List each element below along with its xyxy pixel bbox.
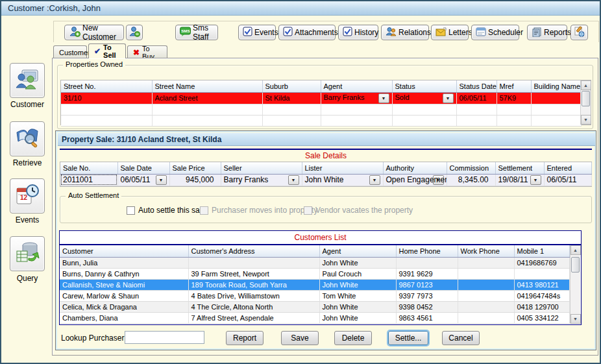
lookup-purchaser-input[interactable]	[125, 331, 204, 344]
save-button[interactable]: Save	[281, 331, 319, 345]
delete-customer-button[interactable]	[126, 25, 143, 40]
new-customer-button[interactable]: New Customer	[64, 25, 124, 40]
col-street-name[interactable]: Street Name	[152, 80, 262, 92]
sms-staff-button[interactable]: SMS Sms Staff	[175, 25, 218, 40]
col-sale-price[interactable]: Sale Price	[169, 162, 221, 174]
tab-customer-label: Customer	[59, 49, 90, 56]
scroll-up-button[interactable]: ▲	[570, 245, 581, 255]
tab-to-buy[interactable]: ✖ To Buy	[127, 45, 167, 58]
sidebar-item-retrieve[interactable]	[10, 121, 45, 156]
col-agent[interactable]: Agent	[319, 245, 396, 257]
cell-suburb[interactable]: St Kilda	[262, 92, 321, 104]
sale-date-field[interactable]: ▼06/05/11	[117, 174, 169, 186]
commission-field[interactable]: 8,345.00	[447, 174, 495, 186]
scroll-down-button[interactable]: ▼	[581, 115, 591, 125]
settlement-field[interactable]: ▼19/08/11	[495, 174, 544, 186]
sale-price-field[interactable]: 945,000	[169, 174, 221, 186]
cell-status[interactable]: ▼Sold	[392, 92, 456, 104]
sale-date-dropdown-button[interactable]: ▼	[156, 175, 167, 185]
sidebar-item-events[interactable]: 12	[10, 178, 45, 213]
sidebar-item-customer[interactable]	[10, 63, 45, 98]
auto-settlement-group: Auto Settlement Auto settle this sale Pu…	[60, 196, 592, 223]
cell-street-name[interactable]: Acland Street	[152, 92, 262, 104]
customers-list-title: Customers List	[60, 231, 581, 244]
scroll-thumb[interactable]	[582, 91, 590, 106]
cell-street-no[interactable]: 31/10	[61, 92, 152, 104]
sidebar-item-query[interactable]	[10, 236, 45, 271]
tab-to-sell[interactable]: ✔ To Sell	[88, 43, 126, 58]
col-mref[interactable]: Mref	[497, 80, 531, 92]
col-entered[interactable]: Entered	[544, 162, 591, 174]
properties-scrollbar[interactable]: ▲ ▼	[580, 80, 591, 125]
letters-button[interactable]: Letters	[431, 25, 469, 40]
col-home-phone[interactable]: Home Phone	[396, 245, 458, 257]
col-status[interactable]: Status	[392, 80, 456, 92]
window-titlebar[interactable]: Customer :Corkish, John	[1, 1, 600, 16]
properties-header-row: Street No. Street Name Suburb Agent Stat…	[61, 80, 581, 92]
scroll-down-button[interactable]: ▼	[570, 314, 581, 324]
customer-row[interactable]: Chambers, Diana7 Alfred Street, Aspendal…	[60, 312, 569, 323]
customers-scrollbar[interactable]: ▲ ▼	[570, 245, 580, 324]
col-status-date[interactable]: Status Date	[456, 80, 497, 92]
calendar-clock-icon: 12	[14, 182, 40, 210]
cell-mref[interactable]: 57K9	[497, 92, 531, 104]
relations-button[interactable]: Relations	[381, 25, 429, 40]
entered-field[interactable]: 06/05/11	[544, 174, 591, 186]
person-remove-icon	[129, 26, 140, 40]
seller-dropdown-button[interactable]: ▼	[288, 175, 299, 185]
col-customer[interactable]: Customer	[60, 245, 188, 257]
history-button[interactable]: History	[338, 25, 378, 40]
col-settlement[interactable]: Settlement	[495, 162, 544, 174]
customer-row-selected[interactable]: Callanish, Steve & Naiomi189 Toorak Road…	[60, 279, 569, 290]
tab-customer[interactable]: Customer	[53, 45, 87, 58]
customer-row[interactable]: Burns, Danny & Cathryn39 Farm Street, Ne…	[60, 268, 569, 279]
agent-dropdown-button[interactable]: ▼	[378, 93, 389, 103]
auto-settle-checkbox[interactable]	[127, 206, 135, 215]
col-commission[interactable]: Commission	[447, 162, 495, 174]
delete-button[interactable]: Delete	[334, 331, 372, 345]
properties-owned-title: Properties Owned	[63, 60, 125, 68]
calendar-icon	[476, 27, 486, 38]
status-dropdown-button[interactable]: ▼	[443, 93, 454, 103]
scheduler-button[interactable]: Scheduler	[471, 25, 519, 40]
attachments-button[interactable]: Attachments	[278, 25, 336, 40]
col-lister[interactable]: Lister	[302, 162, 383, 174]
lister-dropdown-button[interactable]: ▼	[369, 175, 380, 185]
sale-no-field[interactable]: 2011001	[60, 174, 117, 186]
col-street-no[interactable]: Street No.	[61, 80, 152, 92]
customer-row[interactable]: Celica, Mick & Dragana4 The Circle, Alto…	[60, 301, 569, 312]
reports-button[interactable]: Reports	[527, 25, 567, 40]
edit-web-button[interactable]	[570, 25, 588, 40]
customer-row[interactable]: Bunn, Julia John White 0419686769	[60, 257, 569, 268]
checkbox-icon	[283, 27, 293, 38]
scroll-thumb[interactable]	[571, 257, 580, 273]
cancel-button[interactable]: Cancel	[442, 331, 480, 345]
people-icon	[386, 27, 397, 38]
settlement-dropdown-button[interactable]: ▼	[530, 175, 541, 185]
report-button[interactable]: Report	[226, 331, 264, 345]
property-row-selected[interactable]: 31/10 Acland Street St Kilda ▼Barry Fran…	[61, 92, 581, 104]
col-sale-no[interactable]: Sale No.	[60, 162, 117, 174]
col-work-phone[interactable]: Work Phone	[458, 245, 514, 257]
col-agent[interactable]: Agent	[321, 80, 392, 92]
lister-field[interactable]: ▼John White	[302, 174, 383, 186]
col-address[interactable]: Customer's Address	[188, 245, 319, 257]
authority-field[interactable]: ▼Open Engagement	[383, 174, 447, 186]
events-button[interactable]: Events	[238, 25, 276, 40]
col-seller[interactable]: Seller	[221, 162, 302, 174]
settle-button[interactable]: Settle...	[388, 331, 428, 345]
col-building-name[interactable]: Building Name	[531, 80, 581, 92]
seller-field[interactable]: ▼Barry Franks	[221, 174, 302, 186]
col-mobile[interactable]: Mobile 1	[514, 245, 569, 257]
sale-details-title: Sale Details	[56, 151, 596, 160]
col-sale-date[interactable]: Sale Date	[117, 162, 169, 174]
cell-agent[interactable]: ▼Barry Franks	[321, 92, 392, 104]
property-sale-title: Property Sale: 31/10 Acland Street, St K…	[62, 135, 221, 144]
cell-building-name[interactable]	[531, 92, 581, 104]
scroll-up-button[interactable]: ▲	[581, 80, 591, 90]
col-authority[interactable]: Authority	[383, 162, 447, 174]
cell-status-date[interactable]: 06/05/11	[456, 92, 497, 104]
col-suburb[interactable]: Suburb	[262, 80, 321, 92]
customer-row[interactable]: Carew, Marlow & Shaun4 Bates Drive, Will…	[60, 290, 569, 301]
property-sale-panel: Property Sale: 31/10 Acland Street, St K…	[55, 130, 596, 350]
